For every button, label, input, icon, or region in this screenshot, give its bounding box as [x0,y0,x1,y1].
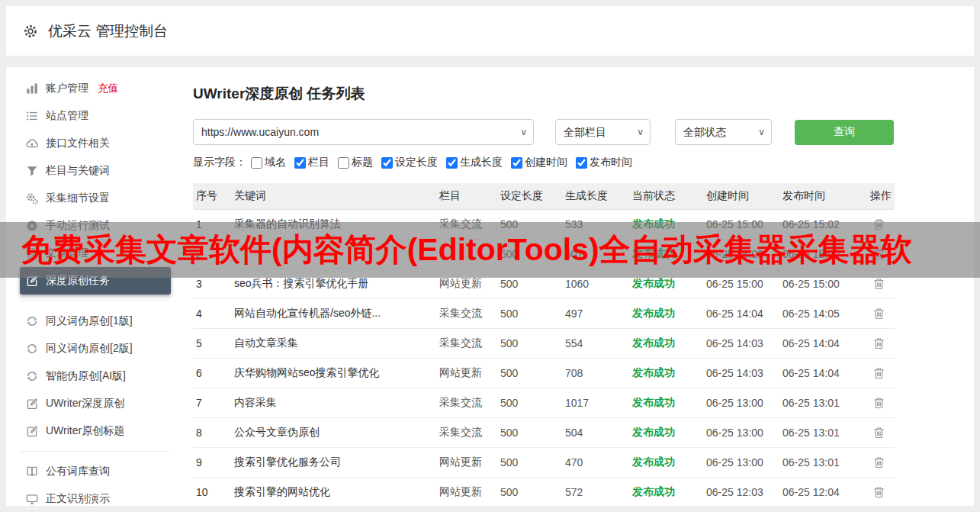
cell-op [867,447,895,477]
cell-no: 4 [193,298,231,328]
main: UWriter深度原创 任务列表 https://www.ucaiyun.com… [183,67,974,506]
sidebar-item-label: 同义词伪原创[2版] [46,342,133,356]
cell-kw: 庆华购物网站seo搜索引擎优化 [231,358,436,388]
delete-button[interactable] [872,306,886,321]
field-checkbox-input[interactable] [338,157,349,169]
sidebar-item-5[interactable]: 采集细节设置 [20,185,171,212]
sidebar-item-4[interactable]: 栏目与关键词 [20,157,171,185]
sidebar-item-15[interactable]: 正文识别演示 [20,485,171,506]
cell-time: 06-25 14:05 [779,298,867,328]
field-checkbox-7[interactable]: 发布时间 [576,156,632,169]
column-header: 创建时间 [703,183,779,209]
cell-time: 06-25 13:00 [703,447,779,477]
field-checkbox-2[interactable]: 栏目 [294,156,329,169]
sidebar-item-9[interactable]: 同义词伪原创[1版] [20,308,171,335]
status-select[interactable]: 全部状态 [675,119,772,145]
cell-num: 708 [562,358,629,388]
delete-button[interactable] [872,455,886,470]
field-checkbox-input[interactable] [251,157,262,169]
field-checkbox-input[interactable] [576,157,587,169]
delete-button[interactable] [872,365,886,381]
delete-button[interactable] [872,336,886,351]
column-select[interactable]: 全部栏目 [555,119,651,145]
sidebar-item-label: 公有词库查询 [46,465,110,478]
delete-button[interactable] [872,276,886,291]
cell-status: 发布成功 [629,477,703,506]
cell-op [867,328,895,358]
site-select[interactable]: https://www.ucaiyun.com [193,119,534,145]
sidebar-item-label: UWriter深度原创 [46,397,124,411]
cell-kw: 网站自动化宣传机器/seo外链... [231,298,436,328]
cell-time: 06-25 12:04 [779,477,867,506]
cell-col: 采集交流 [436,417,497,447]
cell-no: 5 [193,328,231,358]
cell-kw: 公众号文章伪原创 [231,417,436,447]
field-checkbox-label: 创建时间 [525,156,567,169]
cell-num: 470 [562,447,629,477]
sidebar-item-2[interactable]: 站点管理 [20,102,171,130]
field-checkbox-label: 标题 [352,156,373,169]
sidebar-item-label: 同义词伪原创[1版] [46,314,133,328]
sidebar-item-label: UWriter原创标题 [46,424,124,438]
page: 优采云 管理控制台 账户管理充值站点管理接口文件相关栏目与关键词采集细节设置手动… [0,0,980,512]
cell-num: 500 [497,447,562,477]
sidebar-item-3[interactable]: 接口文件相关 [20,130,171,157]
cell-time: 06-25 13:00 [703,388,779,417]
cell-time: 06-25 14:03 [703,328,779,358]
cell-status: 发布成功 [629,447,703,477]
sidebar-item-11[interactable]: 智能伪原创[AI版] [20,362,171,390]
cell-num: 1017 [562,388,629,417]
field-checkbox-6[interactable]: 创建时间 [511,156,567,169]
query-button[interactable]: 查询 [795,120,894,145]
recharge-badge[interactable]: 充值 [98,82,118,95]
column-header: 栏目 [436,183,497,209]
sidebar-item-1[interactable]: 账户管理充值 [20,75,171,102]
cell-num: 500 [497,477,562,506]
cell-time: 06-25 13:00 [703,417,779,447]
field-checkbox-input[interactable] [446,157,458,169]
field-checkbox-input[interactable] [511,157,522,169]
sidebar-item-13[interactable]: UWriter原创标题 [20,417,171,445]
sidebar-item-10[interactable]: 同义词伪原创[2版] [20,335,171,362]
status-select-wrap: 全部状态 [675,119,772,145]
table-row: 7内容采集采集交流5001017发布成功06-25 13:0006-25 13:… [193,388,895,417]
field-checkbox-label: 域名 [265,156,286,169]
cell-op [867,388,895,417]
column-header: 关键词 [231,183,436,209]
refresh-icon [26,343,38,355]
cell-col: 网站更新 [436,477,497,506]
cell-no: 7 [193,388,231,417]
column-header: 操作 [867,183,895,209]
field-checkbox-3[interactable]: 标题 [338,156,373,169]
field-checkbox-5[interactable]: 生成长度 [446,156,503,169]
display-fields-row: 显示字段： 域名栏目标题设定长度生成长度创建时间发布时间 [193,155,974,170]
cell-num: 500 [497,298,562,328]
cell-time: 06-25 14:04 [779,328,867,358]
column-header: 发布时间 [779,183,867,209]
chart-icon [26,82,38,95]
field-checkbox-input[interactable] [294,157,306,169]
gear-icon [23,24,38,39]
sidebar-item-14[interactable]: 公有词库查询 [20,458,171,485]
cell-kw: 搜索引擎优化服务公司 [231,447,436,477]
column-header: 序号 [193,183,231,209]
site-select-wrap: https://www.ucaiyun.com [193,119,534,145]
app-title: 优采云 管理控制台 [48,21,168,41]
field-checkbox-label: 生成长度 [460,156,503,169]
field-checkbox-input[interactable] [381,157,393,169]
cell-time: 06-25 13:01 [779,447,867,477]
list-icon [26,110,38,122]
cell-status: 发布成功 [629,417,703,447]
sidebar-item-12[interactable]: UWriter深度原创 [20,390,171,417]
table-row: 10搜索引擎的网站优化网站更新500572发布成功06-25 12:0306-2… [193,477,895,506]
delete-button[interactable] [872,485,886,500]
delete-button[interactable] [872,395,886,411]
page-title: UWriter深度原创 任务列表 [193,84,974,104]
table-row: 8公众号文章伪原创采集交流500504发布成功06-25 13:0006-25 … [193,417,895,447]
watermark-banner: 免费采集文章软件(内容简介(EditorTools)全自动采集器采集器软 [0,222,980,278]
field-checkbox-1[interactable]: 域名 [251,156,286,169]
edit-icon [26,425,38,437]
cell-time: 06-25 14:03 [703,358,779,388]
delete-button[interactable] [872,425,886,440]
field-checkbox-4[interactable]: 设定长度 [381,156,438,169]
